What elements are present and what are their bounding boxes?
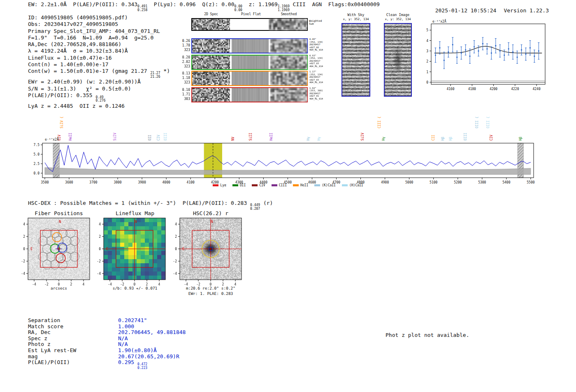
svg-text:4700: 4700	[332, 181, 340, 184]
cutout-annotation: 1.42"	[309, 87, 335, 90]
cutout-smoothed-image	[270, 39, 307, 53]
emission-line-label: CIII {	[378, 116, 381, 128]
clean-image-image	[385, 24, 411, 96]
svg-text:2: 2	[146, 283, 148, 286]
text-segment: F=1.9" T=0.166 N=1.09 A=0.94 g=25.0	[28, 35, 153, 41]
svg-text:4100: 4100	[187, 181, 195, 184]
cutout-pixel-flat-image	[232, 88, 269, 102]
emission-line-label: NV	[231, 137, 235, 141]
svg-text:4200: 4200	[490, 87, 497, 91]
match-row: Est LyA rest-EW1.90(±0.80)Å	[28, 347, 186, 353]
info-line: P(LAE)/P(OII): 0.355 0.490.276	[28, 92, 170, 103]
emission-line-label: HeII	[269, 133, 273, 141]
svg-text:0: 0	[175, 247, 177, 251]
svg-text:3700: 3700	[89, 181, 97, 184]
cutout-pixel-flat-image	[232, 56, 269, 69]
text-segment: EWr = 2.40(±0.99) (w: 2.20(±0.90))Å	[28, 79, 141, 85]
svg-text:2: 2	[222, 283, 224, 286]
text-segment: P(LAE)/P(OII): 0.355	[28, 92, 95, 98]
cutout-row	[191, 55, 308, 70]
match-value: N/A	[118, 335, 128, 341]
svg-text:-2: -2	[173, 260, 177, 263]
lower-value: 0.00	[235, 9, 242, 12]
hsc-dex-match-line: HSC-DEX : Possible Matches = 1 (within +…	[28, 200, 273, 211]
report-date: 2025-01-12 10:55:24	[435, 7, 497, 14]
match-value: 1.90(±0.80)Å	[118, 347, 157, 353]
cutout-annotation: 1.17"	[309, 70, 335, 73]
svg-text:3600: 3600	[65, 181, 73, 184]
text-segment: N/A	[118, 335, 128, 341]
svg-text:2: 2	[99, 235, 101, 239]
cutout-annotation: v027_02	[309, 46, 335, 49]
svg-text:4400: 4400	[260, 181, 267, 184]
svg-text:-4: -4	[108, 283, 112, 286]
east-label: E	[182, 247, 184, 251]
fiber-positions-plot: -4-4-2-2002244NE	[16, 213, 104, 295]
cutout-row	[191, 71, 308, 86]
text-segment: LineFlux = 1.10(±0.47)e-16	[28, 55, 112, 61]
text-segment: HSC-DEX : Possible Matches = 1 (within +…	[28, 200, 250, 206]
cutout-left-value: 1.71	[176, 92, 190, 97]
svg-text:0: 0	[99, 247, 101, 251]
svg-text:4900: 4900	[381, 181, 389, 184]
svg-text:4300: 4300	[235, 181, 243, 184]
svg-text:-4: -4	[97, 272, 101, 276]
svg-text:2.5: 2.5	[34, 162, 40, 166]
emission-line-label: CII	[432, 135, 435, 141]
svg-text:-4: -4	[184, 283, 188, 286]
lower-value: 0.223	[137, 366, 147, 370]
emission-line-label: OIII	[164, 133, 167, 141]
cutout-left-value: 303	[176, 97, 190, 101]
info-line: Obs: 20230417v027_4090519805	[28, 21, 170, 28]
svg-text:4600: 4600	[308, 181, 316, 184]
match-label: Separation	[28, 317, 118, 323]
svg-text:-2: -2	[44, 283, 49, 286]
header-summary-line: EW: 2.2±1.0Å P(LAE)/P(OII): 0.3430.4910.…	[28, 1, 380, 12]
match-value: 1.000	[118, 323, 134, 329]
lower-value: 0.258	[137, 9, 147, 12]
svg-text:-2: -2	[97, 260, 101, 263]
hsc-image-plot: -4-4-2-2002244NE	[167, 213, 256, 295]
svg-text:5200: 5200	[454, 181, 462, 184]
info-line: EWr = 2.40(±0.99) (w: 2.20(±0.90))Å	[28, 79, 170, 85]
weighted-sum-2d-image	[192, 19, 230, 30]
cutout-annotation: v027_03	[309, 79, 335, 81]
cutout-2d-spec-image	[192, 39, 230, 53]
svg-text:4: 4	[158, 283, 160, 286]
info-line: S/N = 3.1(±1.3) χ² = 0.5(±0.0)	[28, 86, 170, 92]
cutout-2d-spec-image	[192, 72, 230, 85]
cutout-row-left-labels: 0.261.78323	[176, 39, 190, 52]
header-meta: 2025-01-12 10:55:24Version 1.22.3	[422, 1, 549, 20]
cutout-annotation: v027_03	[309, 62, 335, 65]
svg-text:4: 4	[426, 39, 428, 43]
match-label: Spec z	[28, 335, 118, 341]
cutout-pixel-flat-image	[232, 39, 269, 53]
svg-text:0: 0	[426, 81, 428, 84]
weighted-sum-row	[191, 18, 308, 31]
match-value: 202.706445, 49.881848	[118, 329, 186, 335]
match-value: 0.295 0.4720.223	[118, 359, 147, 370]
east-label: E	[30, 247, 33, 251]
svg-text:5100: 5100	[430, 181, 437, 184]
cutout-annotation: (353, 308)	[309, 89, 335, 92]
match-value: N/A	[118, 341, 128, 347]
east-label: E	[106, 247, 108, 251]
text-segment: P(Lyα): 0.096 Q(z): 0.00	[147, 1, 234, 7]
stacked-uncertainty: 21.2721.26	[150, 72, 160, 79]
emission-line-label: SiIV	[361, 133, 365, 141]
svg-text:4200: 4200	[211, 181, 219, 184]
stacked-uncertainty: 0.4910.258	[137, 5, 147, 12]
spectrum-line	[45, 145, 531, 172]
cutout-annotation: 404_RL_014	[309, 65, 335, 68]
svg-text:4240: 4240	[532, 87, 540, 91]
full-spectrum-plot: 3500360037003800390040004100420043004400…	[36, 110, 540, 193]
text-segment: (r)	[260, 200, 273, 206]
cutout-row-annotations: 0.93"(352, 134)20230417v027_03404_RL_014	[309, 54, 335, 68]
emission-line-label: Hγ	[382, 137, 386, 141]
svg-text:7.5: 7.5	[34, 143, 40, 147]
cutout-annotation: 0.93"	[309, 54, 335, 57]
cutout-left-value: 2.02	[176, 60, 190, 64]
highlighted-fiber	[56, 253, 65, 263]
text-segment: 20.67(20.65,20.69)R	[118, 353, 179, 360]
match-row: mag20.67(20.65,20.69)R	[28, 353, 186, 360]
